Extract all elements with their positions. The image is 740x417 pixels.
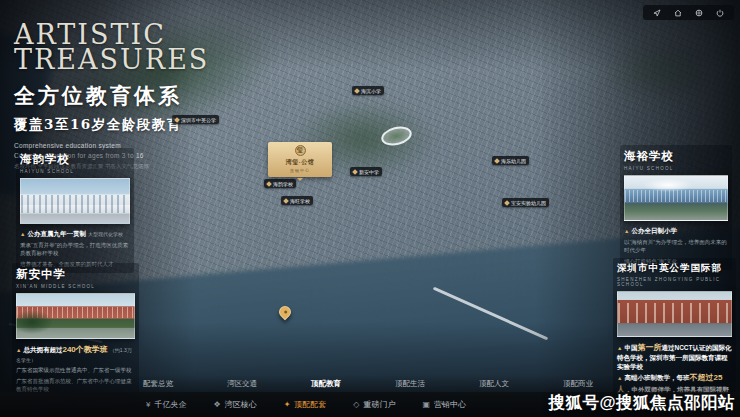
map-label-school[interactable]: 新安中学: [350, 167, 382, 176]
school-marker-icon: [354, 88, 360, 94]
school-name: 海韵学校: [20, 152, 130, 167]
tab-culture[interactable]: 顶配人文: [452, 379, 536, 389]
park-area: [595, 34, 730, 106]
map-label-school[interactable]: 海滨小学: [352, 86, 384, 95]
school-photo: [617, 291, 732, 337]
school-feature: ▲总共拥有超过240个教学班（约1.3万名学生）: [16, 344, 135, 364]
nav-item-gateway[interactable]: ◇重磅门户: [353, 399, 395, 410]
bullet-triangle-icon: ▲: [624, 228, 629, 234]
school-desc: 秉承“五育并举”的办学理念，打造湾区优质素质教育标杆学校: [20, 241, 130, 258]
window-control-bar: [643, 5, 734, 20]
map-label-school[interactable]: 海旺学校: [281, 196, 313, 205]
green-peninsula: [148, 268, 353, 380]
tab-transport[interactable]: 湾区交通: [200, 379, 284, 389]
map-label-school[interactable]: 海韵学校: [264, 179, 296, 188]
school-desc: 以“海纳百川”为办学理念，培养面向未来的时代少年: [624, 238, 728, 255]
hero-title-en: ARTISTIC TREASURES: [14, 22, 209, 73]
nav-item-sales-center[interactable]: ▣营销中心: [422, 399, 466, 410]
compass-icon: ❖: [213, 400, 220, 409]
stadium: [379, 124, 413, 149]
location-pin-icon[interactable]: [277, 304, 294, 321]
school-marker-icon: [174, 117, 180, 123]
watermark: 搜狐号@搜狐焦点邵阳站: [548, 392, 735, 414]
diamond-star-icon: ✦: [284, 400, 291, 409]
school-marker-icon: [504, 200, 510, 206]
school-desc: 广东省国家级示范性普通高中、广东省一级学校: [16, 366, 135, 375]
school-marker-icon: [352, 169, 358, 175]
locate-icon[interactable]: [653, 9, 661, 17]
bullet-triangle-icon: ▲: [16, 347, 21, 353]
school-photo: [16, 293, 135, 339]
brand-emblem-icon: 玺: [295, 145, 306, 156]
gateway-icon: ◇: [353, 400, 359, 409]
nav-item-bay-core[interactable]: ❖湾区核心: [213, 399, 256, 410]
globe-icon[interactable]: [695, 9, 703, 17]
plaque-title: 湾玺·公馆: [272, 158, 328, 167]
school-name-en: HAIYU SCHOOL: [624, 166, 728, 171]
school-name: 海裕学校: [624, 149, 728, 164]
school-name-en: XIN'AN MIDDLE SCHOOL: [16, 284, 135, 289]
tab-overview[interactable]: 配套总览: [116, 379, 200, 389]
school-marker-icon: [494, 158, 500, 164]
school-card-haiyun[interactable]: 海韵学校 HAIYUN SCHOOL ▲公办直属九年一贯制大型现代化学校 秉承“…: [16, 148, 134, 273]
school-feature: ▲中国第一所通过NCCT认证的国际化特色学校，深圳市第一所国际教育课程实验学校: [617, 342, 732, 371]
nav-item-amenities[interactable]: ✦顶配配套: [284, 399, 327, 410]
hero-headline: 全方位教育体系: [14, 82, 209, 110]
map-label-school[interactable]: 宝安实验幼儿园: [502, 198, 549, 207]
school-marker-icon: [283, 198, 289, 204]
school-photo: [20, 178, 130, 224]
yuan-badge-icon: ¥: [146, 400, 150, 409]
bullet-triangle-icon: ▲: [617, 345, 622, 351]
school-marker-icon: [266, 181, 272, 187]
home-icon[interactable]: [674, 9, 682, 17]
building-icon: ▣: [422, 400, 430, 409]
school-feature: ▲公办直属九年一贯制大型现代化学校: [20, 229, 130, 239]
tab-living[interactable]: 顶配生活: [368, 379, 452, 389]
section-tab-strip: 配套总览 湾区交通 顶配教育 顶配生活 顶配人文 顶配商业: [0, 375, 740, 392]
hero-title-line2: TREASURES: [14, 47, 209, 72]
map-label-school[interactable]: 海乐幼儿园: [492, 156, 529, 165]
school-name: 深圳市中英公学国际部: [617, 262, 732, 275]
feature-highlight: 第一所: [637, 343, 661, 352]
power-icon[interactable]: [716, 9, 724, 17]
bridge: [433, 287, 548, 341]
tab-education[interactable]: 顶配教育: [284, 379, 368, 389]
school-photo: [624, 175, 728, 221]
school-name-en: HAIYUN SCHOOL: [20, 169, 130, 174]
school-name: 新安中学: [16, 267, 135, 282]
tab-commerce[interactable]: 顶配商业: [536, 379, 620, 389]
bullet-triangle-icon: ▲: [20, 231, 25, 237]
school-card-haiyu[interactable]: 海裕学校 HAIYU SCHOOL ▲公办全日制小学 以“海纳百川”为办学理念，…: [620, 145, 732, 270]
feature-highlight: 240个教学班: [62, 345, 107, 354]
presentation-stage: ARTISTIC TREASURES 全方位教育体系 覆盖3至16岁全龄段教育 …: [0, 0, 740, 417]
school-name-en: SHENZHEN ZHONGYING PUBLIC SCHOOL: [617, 277, 732, 287]
school-feature: ▲公办全日制小学: [624, 226, 728, 236]
plaque-subtitle: 营销中心: [272, 168, 328, 173]
project-plaque[interactable]: 玺 湾玺·公馆 营销中心: [268, 142, 332, 177]
nav-item-enterprise[interactable]: ¥千亿央企: [146, 399, 186, 410]
map-label-school[interactable]: 深圳市中英公学: [172, 115, 219, 124]
